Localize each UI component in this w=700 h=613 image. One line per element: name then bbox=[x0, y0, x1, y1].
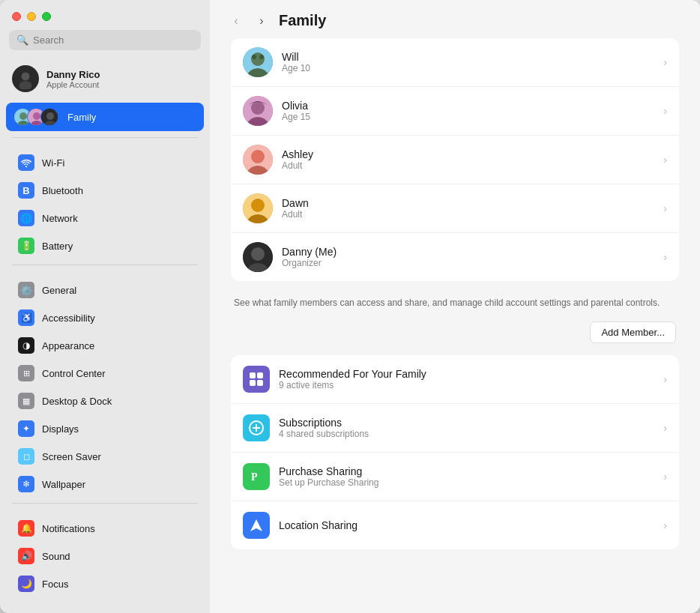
family-avatar-danny bbox=[40, 108, 58, 126]
feature-row-recommended[interactable]: Recommended For Your Family 9 active ite… bbox=[231, 355, 679, 404]
search-bar[interactable]: 🔍 bbox=[9, 30, 201, 50]
svg-point-17 bbox=[251, 101, 265, 115]
member-sub-olivia: Age 15 bbox=[282, 112, 663, 122]
screen-saver-icon-box: ◻ bbox=[18, 448, 34, 465]
maximize-button[interactable] bbox=[42, 12, 51, 21]
feature-name-purchase: Purchase Sharing bbox=[279, 465, 663, 477]
member-row-dawn[interactable]: Dawn Adult › bbox=[231, 184, 679, 233]
member-sub-dawn: Adult bbox=[282, 209, 663, 220]
member-row-olivia[interactable]: Olivia Age 15 › bbox=[231, 87, 679, 136]
account-item[interactable]: Danny Rico Apple Account bbox=[0, 59, 210, 98]
sidebar-item-general[interactable]: ⚙️ General bbox=[6, 277, 204, 304]
general-icon-box: ⚙️ bbox=[18, 282, 34, 298]
avatar-ashley bbox=[243, 145, 273, 175]
chevron-location: › bbox=[663, 519, 667, 531]
sidebar-section-notifications: 🔔 Notifications 🔊 Sound 🌙 Focus bbox=[0, 514, 210, 598]
svg-point-19 bbox=[251, 150, 265, 163]
sidebar-divider-1 bbox=[12, 137, 198, 138]
svg-point-1 bbox=[22, 72, 30, 80]
svg-point-4 bbox=[19, 112, 27, 120]
member-row-ashley[interactable]: Ashley Adult › bbox=[231, 136, 679, 184]
feature-row-purchase[interactable]: P Purchase Sharing Set up Purchase Shari… bbox=[231, 453, 679, 501]
wifi-icon-box bbox=[18, 154, 34, 171]
sidebar-item-control-center[interactable]: ⊞ Control Center bbox=[6, 360, 204, 387]
battery-icon-box: 🔋 bbox=[18, 238, 34, 254]
member-info-ashley: Ashley Adult bbox=[282, 148, 663, 171]
member-sub-will: Age 10 bbox=[282, 63, 663, 73]
sidebar-item-displays[interactable]: ✦ Displays bbox=[6, 415, 204, 442]
sidebar-item-focus[interactable]: 🌙 Focus bbox=[6, 570, 204, 597]
sidebar-item-network[interactable]: 🌐 Network bbox=[6, 205, 204, 232]
sidebar-item-wifi-label: Wi-Fi bbox=[42, 157, 64, 169]
sidebar-divider-2 bbox=[12, 265, 198, 265]
member-row-will[interactable]: Will Age 10 › bbox=[231, 38, 679, 87]
feature-info-location: Location Sharing bbox=[279, 519, 663, 531]
member-name-danny: Danny (Me) bbox=[282, 246, 663, 258]
feature-row-subscriptions[interactable]: Subscriptions 4 shared subscriptions › bbox=[231, 404, 679, 453]
minimize-button[interactable] bbox=[27, 12, 36, 21]
traffic-lights bbox=[0, 0, 210, 30]
back-button[interactable]: ‹ bbox=[228, 13, 244, 29]
svg-point-10 bbox=[46, 112, 54, 120]
sidebar-item-general-label: General bbox=[42, 285, 76, 296]
sidebar-item-family[interactable]: Family bbox=[6, 103, 204, 131]
avatar-dawn bbox=[243, 193, 273, 223]
svg-rect-26 bbox=[250, 380, 256, 386]
sidebar-item-wifi[interactable]: Wi-Fi bbox=[6, 149, 204, 176]
feature-name-subscriptions: Subscriptions bbox=[279, 417, 663, 429]
member-info-will: Will Age 10 bbox=[282, 51, 663, 73]
svg-rect-24 bbox=[250, 372, 256, 378]
chevron-icon-will: › bbox=[663, 56, 667, 68]
add-member-button[interactable]: Add Member... bbox=[590, 321, 676, 343]
account-info: Danny Rico Apple Account bbox=[46, 69, 100, 89]
feature-sub-recommended: 9 active items bbox=[279, 380, 663, 390]
sidebar-item-displays-label: Displays bbox=[42, 423, 79, 435]
sidebar-item-appearance[interactable]: ◑ Appearance bbox=[6, 332, 204, 359]
main-content: Will Age 10 › Olivia Age 15 › bbox=[210, 38, 700, 613]
sidebar-item-focus-label: Focus bbox=[42, 579, 68, 590]
sidebar-divider-3 bbox=[12, 503, 198, 504]
close-button[interactable] bbox=[12, 12, 21, 21]
notifications-icon-box: 🔔 bbox=[18, 520, 34, 537]
forward-button[interactable]: › bbox=[253, 13, 270, 29]
feature-row-location[interactable]: Location Sharing › bbox=[231, 501, 679, 549]
member-info-olivia: Olivia Age 15 bbox=[282, 100, 663, 122]
sidebar-item-desktop-dock[interactable]: ▦ Desktop & Dock bbox=[6, 387, 204, 414]
page-title: Family bbox=[279, 12, 326, 29]
control-center-icon-box: ⊞ bbox=[18, 365, 34, 381]
sidebar-item-sound[interactable]: 🔊 Sound bbox=[6, 543, 204, 570]
member-name-will: Will bbox=[282, 51, 663, 63]
sidebar-item-appearance-label: Appearance bbox=[42, 340, 94, 351]
sidebar-item-bluetooth[interactable]: B Bluetooth bbox=[6, 177, 204, 204]
member-row-danny[interactable]: Danny (Me) Organizer › bbox=[231, 233, 679, 281]
main-window: 🔍 Danny Rico Apple Account bbox=[0, 0, 700, 613]
sidebar-item-battery[interactable]: 🔋 Battery bbox=[6, 232, 204, 259]
sidebar-item-desktop-dock-label: Desktop & Dock bbox=[42, 396, 112, 407]
account-sub: Apple Account bbox=[46, 80, 100, 89]
svg-point-13 bbox=[251, 52, 265, 66]
search-input[interactable] bbox=[33, 34, 193, 46]
accessibility-icon-box: ♿ bbox=[18, 309, 34, 326]
feature-info-recommended: Recommended For Your Family 9 active ite… bbox=[279, 368, 663, 390]
desktop-dock-icon-box: ▦ bbox=[18, 393, 34, 409]
sidebar: 🔍 Danny Rico Apple Account bbox=[0, 0, 210, 613]
bluetooth-icon-box: B bbox=[18, 182, 34, 199]
avatar-will bbox=[243, 47, 273, 77]
sidebar-item-accessibility[interactable]: ♿ Accessibility bbox=[6, 304, 204, 331]
sidebar-item-screen-saver[interactable]: ◻ Screen Saver bbox=[6, 443, 204, 470]
wallpaper-icon-box: ❄ bbox=[18, 476, 34, 492]
sidebar-item-control-center-label: Control Center bbox=[42, 368, 106, 379]
avatar-danny bbox=[243, 242, 273, 272]
sidebar-item-bluetooth-label: Bluetooth bbox=[42, 185, 83, 196]
sidebar-item-network-label: Network bbox=[42, 213, 78, 224]
feature-name-recommended: Recommended For Your Family bbox=[279, 368, 663, 380]
member-sub-danny: Organizer bbox=[282, 258, 663, 268]
displays-icon-box: ✦ bbox=[18, 420, 34, 437]
network-icon-box: 🌐 bbox=[18, 210, 34, 226]
sidebar-item-accessibility-label: Accessibility bbox=[42, 312, 95, 324]
svg-point-23 bbox=[251, 247, 265, 261]
sidebar-item-wallpaper[interactable]: ❄ Wallpaper bbox=[6, 471, 204, 498]
member-name-olivia: Olivia bbox=[282, 100, 663, 112]
account-avatar bbox=[12, 65, 39, 92]
sidebar-item-notifications[interactable]: 🔔 Notifications bbox=[6, 515, 204, 542]
